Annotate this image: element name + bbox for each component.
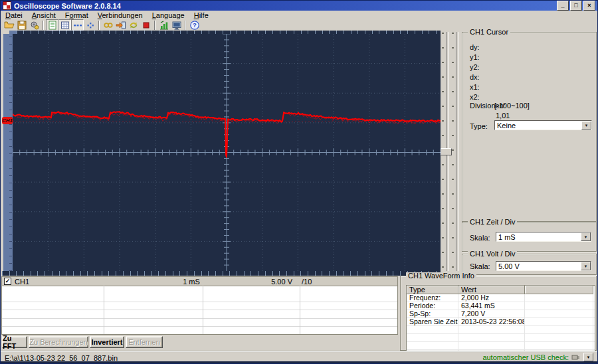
volt-div-title: CH1 Volt / Div	[468, 250, 517, 258]
channel-volt-div: 5.00 V	[262, 278, 292, 286]
window-title: Oscilloscope Software 2.0.8.14	[14, 2, 121, 10]
menu-bar: DateiAnsichtFormatVerbindungenLanguageHi…	[1, 11, 597, 19]
slider-track-2[interactable]	[456, 32, 458, 271]
table-row: Frequenz:2,000 Hz	[407, 294, 595, 302]
table-cell	[525, 294, 593, 302]
app-icon	[3, 1, 11, 10]
channel-probe: /10	[302, 278, 312, 286]
table-cell	[458, 334, 525, 341]
cursor-field-y1: y1:	[470, 53, 480, 61]
menu-item-verbindungen[interactable]: Verbindungen	[93, 11, 148, 19]
table-cell	[525, 302, 593, 310]
table-cell: Sparen Sie Zeit:	[407, 318, 458, 325]
table-cell: 2013-05-23 22:56:08	[458, 318, 525, 325]
waveform-info-panel: CH1 WaveForm Info TypeWertFrequenz:2,000…	[400, 276, 597, 351]
status-usb-section: automatischer USB check: ▼	[482, 353, 593, 361]
toolbar-button-connect[interactable]	[102, 19, 114, 31]
chevron-down-icon[interactable]: ▼	[581, 262, 591, 270]
usb-check-dropdown[interactable]: ▼	[583, 353, 593, 361]
divisions-range: [-100~100]	[494, 102, 530, 110]
channel-checkbox[interactable]: ✓	[4, 278, 11, 285]
table-row: Sparen Sie Zeit:2013-05-23 22:56:08	[407, 318, 595, 326]
grid-toggle-icon	[60, 20, 70, 31]
toolbar-button-export-chart[interactable]	[157, 19, 170, 31]
chevron-down-icon[interactable]: ▼	[581, 232, 591, 241]
waveform-info-title: CH1 WaveForm Info	[406, 272, 476, 280]
waveform-info-column-wert: Wert	[458, 286, 525, 294]
channel-name: CH1	[15, 278, 29, 286]
toolbar-button-help[interactable]: ?	[188, 19, 201, 31]
menu-item-datei[interactable]: Datei	[1, 11, 27, 19]
waveform-info-column-blank	[525, 286, 593, 294]
toolbar-separator	[98, 21, 100, 30]
point-style-icon	[85, 20, 96, 31]
table-cell	[525, 334, 593, 341]
usb-icon	[571, 354, 581, 361]
vertical-position-strip	[3, 34, 13, 271]
time-div-title: CH1 Zeit / Div	[468, 219, 517, 226]
menu-item-ansicht[interactable]: Ansicht	[27, 11, 60, 19]
toolbar-button-save[interactable]	[15, 19, 28, 31]
toolbar-button-legend-toggle[interactable]	[46, 19, 58, 31]
waveform-info-column-type: Type	[407, 286, 458, 294]
window-bottom-edge	[1, 361, 597, 363]
volt-div-value: 5.00 V	[498, 262, 520, 270]
toolbar-button-screen-capture[interactable]	[170, 19, 183, 31]
table-row	[407, 326, 595, 334]
toolbar-button-grid-toggle[interactable]	[58, 19, 71, 31]
toolbar-separator	[43, 21, 44, 30]
zu-fft-button[interactable]: Zu FFT	[2, 336, 27, 348]
connect-icon	[103, 20, 114, 31]
table-row	[407, 334, 595, 342]
cursor-type-value: Keine	[497, 122, 516, 130]
volt-div-select[interactable]: 5.00 V ▼	[496, 261, 591, 271]
toolbar-separator	[185, 21, 186, 30]
stop-icon	[141, 20, 151, 31]
bottom-ruler	[2, 271, 441, 276]
slider-track-ticks-2	[452, 33, 454, 270]
channel-position-marker[interactable]: CH1	[2, 117, 13, 124]
top-ruler-cap	[9, 31, 17, 34]
toolbar-button-import[interactable]	[114, 19, 127, 31]
toolbar-separator	[154, 21, 155, 30]
volt-div-panel: CH1 Volt / Div Skala: 5.00 V ▼	[462, 254, 597, 275]
toolbar-button-refresh[interactable]	[127, 19, 140, 31]
waveform-info-header: TypeWert	[407, 286, 595, 294]
table-cell	[407, 334, 458, 341]
menu-item-hilfe[interactable]: Hilfe	[189, 11, 213, 19]
time-div-value: 1 mS	[498, 233, 516, 241]
invertiert-button[interactable]: Invertiert	[90, 336, 124, 348]
menu-item-language[interactable]: Language	[148, 11, 189, 19]
menu-item-format[interactable]: Format	[60, 11, 93, 19]
save-icon	[17, 20, 27, 31]
chevron-down-icon[interactable]: ▼	[581, 121, 591, 130]
maximize-button[interactable]: □	[570, 1, 582, 11]
table-cell: Periode:	[407, 302, 458, 310]
export-chart-icon	[159, 20, 169, 31]
table-cell	[458, 342, 525, 349]
time-div-select[interactable]: 1 mS ▼	[496, 232, 591, 242]
table-cell	[407, 326, 458, 333]
channel-time-div: 1 mS	[171, 278, 211, 286]
app-window: Oscilloscope Software 2.0.8.14 _ □ × Dat…	[0, 0, 598, 364]
toolbar-button-open-folder[interactable]	[3, 19, 15, 31]
table-row: Periode:63,441 mS	[407, 302, 595, 310]
close-button[interactable]: ×	[583, 1, 595, 11]
toolbar-button-line-style[interactable]	[71, 19, 84, 31]
trigger-level-slider-handle[interactable]	[441, 148, 452, 155]
cursor-type-select[interactable]: Keine ▼	[494, 120, 592, 130]
table-cell	[525, 318, 593, 325]
table-cell	[407, 342, 458, 349]
cursor-field-x1: x1:	[470, 83, 480, 91]
oscilloscope-display	[13, 34, 441, 271]
minimize-button[interactable]: _	[557, 1, 569, 11]
table-cell	[458, 326, 525, 333]
cursor-panel-title: CH1 Cursor	[468, 29, 510, 36]
legend-toggle-icon	[47, 20, 58, 31]
table-cell: Frequenz:	[407, 294, 458, 302]
toolbar-button-point-style[interactable]	[84, 19, 96, 31]
toolbar-button-settings[interactable]	[28, 19, 41, 31]
toolbar-button-stop[interactable]	[140, 19, 152, 31]
svg-text:?: ?	[193, 21, 197, 29]
help-icon: ?	[189, 20, 200, 31]
